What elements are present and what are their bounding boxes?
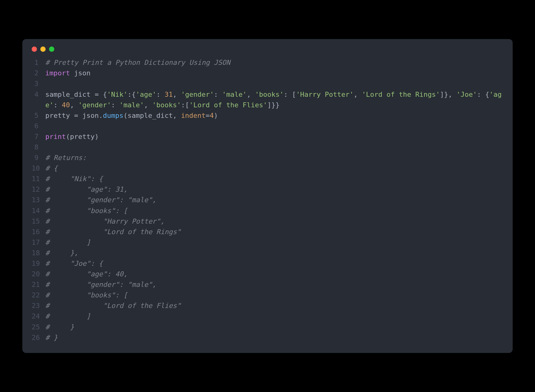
code-line[interactable]: 14# "books": [: [32, 206, 503, 216]
line-content[interactable]: # Pretty Print a Python Dictionary Using…: [45, 57, 503, 68]
code-token: (pretty): [66, 133, 99, 140]
code-token: # "Harry Potter",: [45, 217, 164, 225]
code-token: # {: [45, 164, 58, 172]
code-token: :: [156, 91, 165, 98]
line-content[interactable]: # Returns:: [45, 153, 503, 163]
code-token: 40: [62, 101, 70, 109]
code-line[interactable]: 25# }: [32, 322, 503, 332]
line-content[interactable]: pretty = json.dumps(sample_dict, indent=…: [45, 110, 503, 121]
line-number: 15: [32, 216, 45, 227]
code-token: sample_dict: [45, 91, 95, 98]
code-line[interactable]: 26# }: [32, 332, 503, 343]
line-number: 16: [32, 227, 45, 237]
code-token: 'gender': [181, 91, 214, 98]
code-line[interactable]: 20# "age": 40,: [32, 269, 503, 279]
code-token: ,: [247, 91, 255, 98]
code-line[interactable]: 1# Pretty Print a Python Dictionary Usin…: [32, 57, 503, 68]
code-line[interactable]: 12# "age": 31,: [32, 184, 503, 195]
code-token: 'male': [119, 101, 144, 109]
code-line[interactable]: 19# "Joe": {: [32, 258, 503, 269]
line-content[interactable]: [45, 142, 503, 153]
line-content[interactable]: [45, 78, 503, 89]
line-content[interactable]: # "Nik": {: [45, 174, 503, 184]
code-line[interactable]: 24# ]: [32, 311, 503, 322]
code-token: # "Nik": {: [45, 175, 103, 183]
code-token: 'Nik': [107, 91, 128, 98]
line-content[interactable]: import json: [45, 68, 503, 78]
code-line[interactable]: 8: [32, 142, 503, 153]
line-content[interactable]: # }: [45, 332, 503, 343]
line-number: 25: [32, 322, 45, 332]
code-line[interactable]: 21# "gender": "male",: [32, 279, 503, 290]
code-token: # ]: [45, 238, 91, 246]
line-content[interactable]: # "Joe": {: [45, 258, 503, 269]
line-content[interactable]: # "books": [: [45, 290, 503, 301]
code-token: ,: [144, 101, 152, 109]
line-number: 12: [32, 184, 45, 195]
line-content[interactable]: # },: [45, 248, 503, 258]
code-line[interactable]: 5pretty = json.dumps(sample_dict, indent…: [32, 110, 503, 121]
line-content[interactable]: [45, 121, 503, 131]
line-content[interactable]: # }: [45, 322, 503, 332]
code-line[interactable]: 15# "Harry Potter",: [32, 216, 503, 227]
code-token: pretty: [45, 112, 74, 119]
line-number: 22: [32, 290, 45, 301]
line-content[interactable]: # "Lord of the Flies": [45, 301, 503, 311]
code-line[interactable]: 16# "Lord of the Rings": [32, 227, 503, 237]
code-line[interactable]: 22# "books": [: [32, 290, 503, 301]
line-content[interactable]: # "Lord of the Rings": [45, 227, 503, 237]
code-token: ,: [354, 91, 362, 98]
code-token: ): [214, 112, 218, 119]
code-token: # Returns:: [45, 154, 86, 162]
line-content[interactable]: # "age": 31,: [45, 184, 503, 195]
code-line[interactable]: 3: [32, 78, 503, 89]
line-content[interactable]: # ]: [45, 311, 503, 322]
code-line[interactable]: 2import json: [32, 68, 503, 78]
minimize-icon[interactable]: [40, 47, 46, 52]
code-token: 'Lord of the Flies': [189, 101, 268, 109]
line-content[interactable]: # ]: [45, 237, 503, 248]
code-line[interactable]: 18# },: [32, 248, 503, 258]
line-number: 19: [32, 258, 45, 269]
line-number: 26: [32, 332, 45, 343]
code-token: :: [214, 91, 222, 98]
code-line[interactable]: 7print(pretty): [32, 131, 503, 142]
code-token: # "Lord of the Flies": [45, 302, 181, 310]
code-line[interactable]: 23# "Lord of the Flies": [32, 301, 503, 311]
line-content[interactable]: # "age": 40,: [45, 269, 503, 279]
code-line[interactable]: 13# "gender": "male",: [32, 195, 503, 205]
code-line[interactable]: 9# Returns:: [32, 153, 503, 163]
line-content[interactable]: sample_dict = {'Nik':{'age': 31, 'gender…: [45, 89, 503, 110]
code-token: ,: [173, 91, 181, 98]
line-content[interactable]: # "gender": "male",: [45, 279, 503, 290]
line-content[interactable]: # "books": [: [45, 206, 503, 216]
code-token: 'age': [136, 91, 156, 98]
code-token: # }: [45, 334, 58, 341]
code-token: 'books': [255, 91, 284, 98]
line-content[interactable]: # {: [45, 163, 503, 174]
line-number: 20: [32, 269, 45, 279]
code-line[interactable]: 10# {: [32, 163, 503, 174]
code-token: =: [206, 112, 210, 119]
line-content[interactable]: # "Harry Potter",: [45, 216, 503, 227]
code-token: 'male': [222, 91, 247, 98]
code-token: # "gender": "male",: [45, 281, 156, 288]
code-token: # Pretty Print a Python Dictionary Using…: [45, 59, 230, 66]
line-content[interactable]: # "gender": "male",: [45, 195, 503, 205]
code-token: import: [45, 69, 70, 77]
close-icon[interactable]: [32, 47, 37, 52]
code-token: 'gender': [78, 101, 111, 109]
code-token: :{: [128, 91, 136, 98]
code-token: : [: [284, 91, 296, 98]
code-token: # "gender": "male",: [45, 196, 156, 204]
code-line[interactable]: 6: [32, 121, 503, 131]
line-content[interactable]: print(pretty): [45, 131, 503, 142]
code-line[interactable]: 11# "Nik": {: [32, 174, 503, 184]
code-line[interactable]: 4sample_dict = {'Nik':{'age': 31, 'gende…: [32, 89, 503, 110]
maximize-icon[interactable]: [49, 47, 54, 52]
code-editor[interactable]: 1# Pretty Print a Python Dictionary Usin…: [22, 57, 513, 343]
line-number: 8: [32, 142, 45, 153]
line-number: 23: [32, 301, 45, 311]
line-number: 24: [32, 311, 45, 322]
code-line[interactable]: 17# ]: [32, 237, 503, 248]
